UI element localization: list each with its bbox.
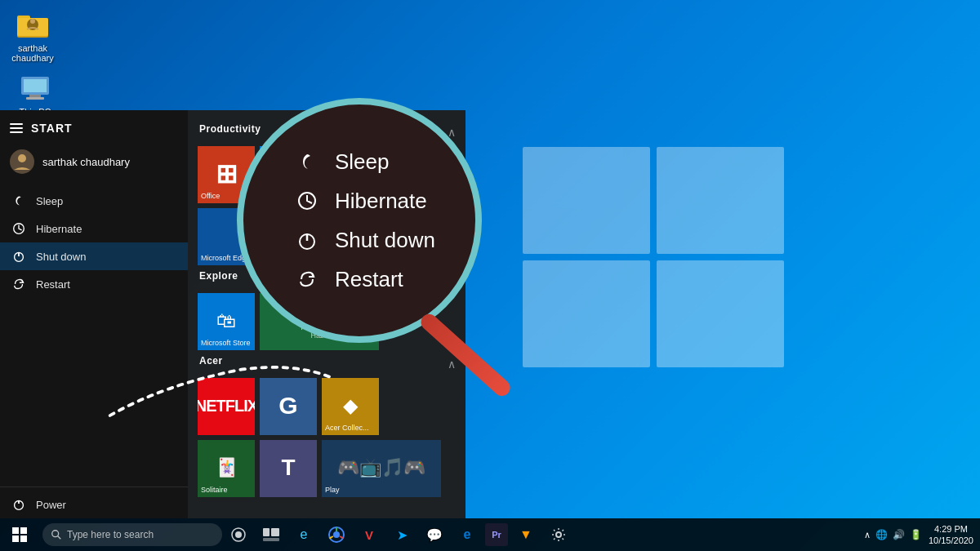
phone-label: Phone...: [325, 254, 353, 262]
svg-rect-23: [263, 528, 270, 536]
hibernate-menu-item[interactable]: Hibernate: [0, 215, 188, 242]
weather-location: New Delhi: [301, 322, 338, 331]
restart-icon: [11, 277, 26, 291]
settings-icon: [551, 527, 566, 542]
start-header: START: [0, 117, 188, 140]
tile-weather[interactable]: 93° New Delhi Haze: [260, 293, 379, 350]
acer-tiles-row2: 🃏 Solitaire T 🎮📺🎵🎮 Play: [198, 440, 456, 497]
start-label: START: [31, 122, 73, 135]
onedrive-icon: ☁: [278, 162, 298, 185]
user-avatar: [10, 149, 34, 174]
desktop-icon-user-folder[interactable]: sarthak chaudhary: [4, 8, 61, 63]
task-view-icon: [263, 528, 279, 541]
tile-store[interactable]: 🛍 Microsoft Store: [198, 293, 255, 350]
solitaire-icon: 🃏: [216, 457, 238, 478]
svg-rect-6: [24, 79, 47, 92]
chrome-icon: [328, 527, 345, 543]
svg-point-4: [30, 19, 35, 24]
search-placeholder: Type here to search: [67, 529, 154, 540]
volume-icon[interactable]: 🔊: [893, 529, 905, 540]
edge-label: Microsoft Edge: [201, 254, 250, 262]
hibernate-label: Hibernate: [36, 223, 82, 235]
weather-label: Haze: [310, 331, 327, 340]
sleep-menu-item[interactable]: Sleep: [0, 187, 188, 215]
chevron-up-icon[interactable]: ∧: [864, 530, 871, 540]
explore-label: Explore: [198, 270, 238, 282]
power-menu-item[interactable]: Power: [0, 491, 188, 518]
tile-netflix[interactable]: NETFLIX: [198, 378, 255, 435]
tile-word[interactable]: W: [322, 146, 379, 203]
play-icon: 🎮📺🎵🎮: [337, 457, 425, 478]
restart-menu-item[interactable]: Restart: [0, 270, 188, 298]
taskbar-chrome[interactable]: [322, 518, 351, 551]
cortana-icon: [230, 527, 247, 543]
taskbar-task-view[interactable]: [256, 518, 286, 551]
word-icon: W: [340, 161, 361, 187]
power-section: Power: [0, 487, 188, 518]
search-icon: [51, 529, 62, 540]
svg-rect-17: [20, 527, 27, 534]
tile-play[interactable]: 🎮📺🎵🎮 Play: [322, 440, 441, 497]
tile-phone[interactable]: 📱 Phone...: [322, 208, 379, 265]
tile-onedrive[interactable]: ☁: [260, 146, 317, 203]
tile-edge[interactable]: e Microsoft Edge: [198, 208, 317, 265]
explore-collapse[interactable]: ∧: [448, 273, 456, 286]
grooveg-icon: G: [278, 392, 297, 420]
battery-icon[interactable]: 🔋: [910, 529, 922, 540]
tile-office[interactable]: ⊞ Office: [198, 146, 255, 203]
time-display: 4:29 PM: [934, 523, 968, 535]
network-icon[interactable]: 🌐: [875, 529, 888, 540]
taskbar-messenger[interactable]: 💬: [420, 518, 449, 551]
weather-temp: 93°: [307, 304, 332, 322]
power-icon: [11, 497, 26, 512]
taskbar-torrent[interactable]: ▼: [511, 518, 541, 551]
svg-rect-18: [12, 535, 19, 542]
taskbar-vivaldi[interactable]: V: [354, 518, 384, 551]
taskbar-premiere[interactable]: Pr: [485, 523, 508, 546]
productivity-tiles-row1: ⊞ Office ☁ W: [198, 146, 456, 203]
productivity-collapse[interactable]: ∧: [448, 126, 456, 139]
desktop: sarthak chaudhary This PC START: [0, 0, 980, 551]
store-icon: 🛍: [216, 309, 236, 332]
taskbar-cortana[interactable]: [224, 518, 253, 551]
search-bar[interactable]: Type here to search: [42, 523, 222, 546]
taskbar-arrow[interactable]: ➤: [387, 518, 416, 551]
productivity-label: Productivity: [198, 123, 261, 135]
power-label: Power: [36, 499, 66, 511]
taskbar-edge2[interactable]: e: [452, 518, 482, 551]
acer-section-header: Acer ∧: [198, 355, 456, 373]
store-label: Microsoft Store: [201, 339, 251, 347]
svg-point-27: [333, 531, 340, 538]
svg-point-12: [18, 154, 26, 162]
tile-solitaire[interactable]: 🃏 Solitaire: [198, 440, 255, 497]
tile-grooveg[interactable]: G: [260, 378, 317, 435]
svg-point-22: [235, 531, 242, 538]
acer-collapse[interactable]: ∧: [448, 358, 456, 371]
sleep-icon: [11, 193, 26, 208]
start-button[interactable]: [0, 518, 39, 551]
svg-rect-11: [10, 131, 23, 133]
svg-point-20: [52, 531, 59, 537]
tile-acer-coll[interactable]: ◆ Acer Collec...: [322, 378, 379, 435]
taskbar-settings[interactable]: [544, 518, 573, 551]
productivity-section-header: Productivity ∧: [198, 123, 456, 141]
shutdown-icon: [11, 249, 26, 264]
netflix-icon: NETFLIX: [198, 397, 255, 415]
taskbar-edge[interactable]: e: [289, 518, 318, 551]
shutdown-menu-item[interactable]: Shut down: [0, 242, 188, 270]
acer-tiles-row1: NETFLIX G ◆ Acer Collec...: [198, 378, 456, 435]
start-user[interactable]: sarthak chaudhary: [0, 143, 188, 180]
clock[interactable]: 4:29 PM 10/15/2020: [929, 523, 973, 547]
restart-label: Restart: [36, 278, 70, 291]
edge-icon: e: [251, 223, 264, 249]
windows-logo: [523, 147, 784, 367]
user-folder-label: sarthak chaudhary: [11, 43, 53, 63]
windows-icon: [12, 527, 27, 542]
user-name: sarthak chaudhary: [42, 156, 130, 168]
taskbar-right: ∧ 🌐 🔊 🔋 4:29 PM 10/15/2020: [864, 523, 980, 547]
svg-rect-9: [10, 123, 23, 125]
explore-tiles-row1: 🛍 Microsoft Store 93° New Delhi Haze: [198, 293, 456, 350]
tile-teams[interactable]: T: [260, 440, 317, 497]
svg-rect-8: [26, 97, 44, 100]
svg-point-28: [556, 532, 561, 537]
